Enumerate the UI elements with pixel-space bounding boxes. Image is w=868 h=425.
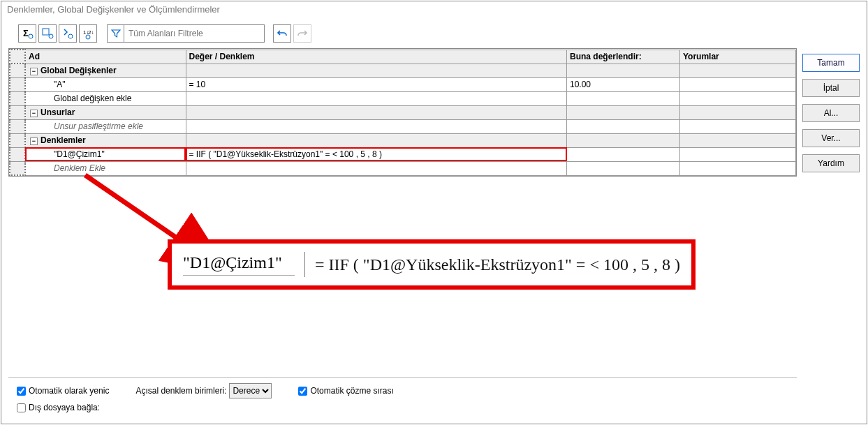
zoom-separator [304,252,305,277]
toolbar: Σ 1↓2↓ [1,17,867,47]
units-select[interactable]: Derece [229,383,272,398]
svg-point-1 [29,34,33,38]
collapse-icon[interactable]: − [30,137,38,145]
header-name[interactable]: Ad [25,50,186,64]
header-comments[interactable]: Yorumlar [680,50,796,64]
group-globals[interactable]: −Global Değişkenler [25,64,186,77]
zoom-value: = IIF ( "D1@Yükseklik-Ekstrüzyon1" = < 1… [315,255,680,274]
eq1-name[interactable]: "D1@Çizim1" [25,147,186,161]
group-equations[interactable]: −Denklemler [25,133,186,147]
header-evaluate[interactable]: Buna değerlendir: [567,50,680,64]
ordered-view-button[interactable] [59,24,77,43]
bottom-bar: Otomatik olarak yenic Açısal denklem bir… [8,377,797,418]
window-title: Denklemler, Global Değişkenler ve Ölçüml… [1,1,867,17]
zoom-panel: "D1@Çizim1" = IIF ( "D1@Yükseklik-Ekstrü… [168,239,696,290]
export-button[interactable]: Ver... [802,129,860,147]
equations-dialog: Denklemler, Global Değişkenler ve Ölçüml… [1,1,867,424]
global-a-value[interactable]: = 10 [186,77,567,91]
group-features[interactable]: −Unsurlar [25,105,186,119]
equations-table: Ad Değer / Denklem Buna değerlendir: Yor… [8,48,797,177]
funnel-icon [108,25,124,42]
units-label: Açısal denklem birimleri: [135,386,226,396]
callout-zone: "D1@Çizim1" = IIF ( "D1@Yükseklik-Ekstrü… [8,177,797,377]
svg-text:Σ: Σ [23,28,29,38]
add-equation-link[interactable]: Denklem Ekle [25,161,186,175]
global-a-eval: 10.00 [567,77,680,91]
global-a-name[interactable]: "A" [25,77,186,91]
add-global-link[interactable]: Global değişken ekle [25,91,186,105]
corner-cell [10,50,25,64]
sketch-view-button[interactable] [38,24,57,43]
help-button[interactable]: Yardım [802,154,860,172]
undo-button[interactable] [273,24,291,43]
svg-rect-2 [43,29,49,35]
filter-input[interactable] [124,25,264,42]
redo-button[interactable] [293,24,311,43]
eq1-value[interactable]: = IIF ( "D1@Yükseklik-Ekstrüzyon1" = < 1… [186,147,567,161]
collapse-icon[interactable]: − [30,68,38,75]
sigma-view-button[interactable]: Σ [18,24,36,43]
svg-text:2↓: 2↓ [88,29,94,36]
svg-point-4 [68,34,73,38]
dialog-buttons: Tamam İptal Al... Ver... Yardım [802,47,867,424]
svg-line-8 [85,175,183,242]
collapse-view-button[interactable]: 1↓2↓ [79,24,97,43]
filter-box [107,24,265,43]
import-button[interactable]: Al... [802,104,860,122]
header-value[interactable]: Değer / Denklem [186,50,567,64]
auto-solve-checkbox[interactable]: Otomatik çözme sırası [298,386,393,396]
cancel-button[interactable]: İptal [802,79,860,97]
link-file-checkbox[interactable]: Dış dosyaya bağla: [17,403,100,412]
zoom-name: "D1@Çizim1" [183,253,295,276]
auto-rebuild-checkbox[interactable]: Otomatik olarak yenic [17,386,109,396]
collapse-icon[interactable]: − [30,110,38,117]
add-feature-link[interactable]: Unsur pasifleştirme ekle [25,119,186,133]
ok-button[interactable]: Tamam [802,54,860,72]
svg-point-3 [49,34,53,38]
